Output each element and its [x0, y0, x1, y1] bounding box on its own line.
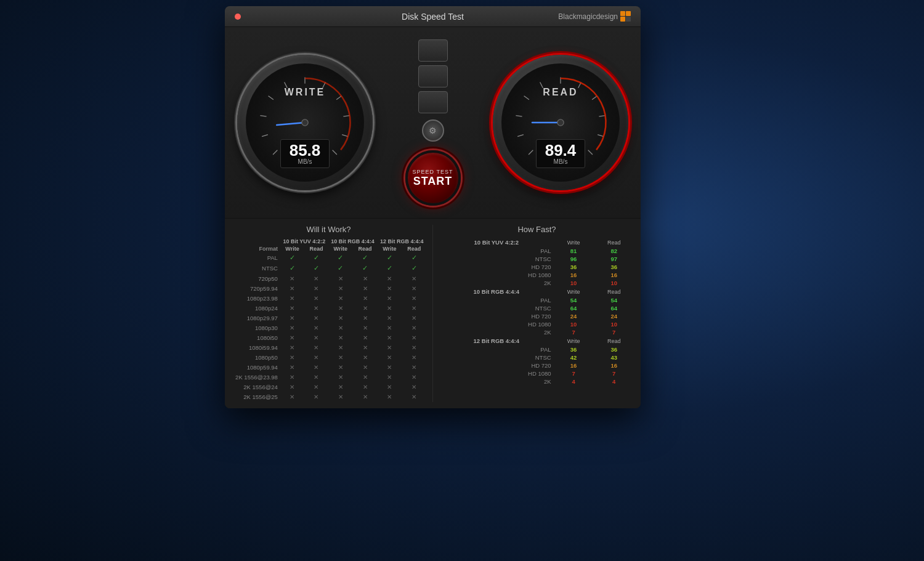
cross-cell: ✕ — [402, 373, 426, 382]
group2-header: 10 Bit RGB 4:4:4 — [328, 238, 378, 245]
cross-icon: ✕ — [387, 384, 392, 390]
cross-cell: ✕ — [304, 333, 328, 343]
cross-cell: ✕ — [328, 363, 353, 373]
fast-read-value: 10 — [594, 320, 634, 328]
fast-read-value: 24 — [594, 312, 634, 320]
cross-cell: ✕ — [353, 363, 378, 373]
start-button[interactable]: SPEED TEST START — [405, 150, 461, 206]
will-format-name: NTSC — [231, 263, 280, 273]
cross-icon: ✕ — [338, 285, 343, 292]
cross-cell: ✕ — [280, 343, 304, 353]
cross-icon: ✕ — [387, 354, 392, 361]
cross-cell: ✕ — [402, 343, 426, 353]
cross-cell: ✕ — [353, 274, 378, 284]
cross-icon: ✕ — [338, 305, 343, 312]
cross-icon: ✕ — [411, 285, 416, 292]
cross-icon: ✕ — [387, 334, 392, 341]
checkmark-cell: ✓ — [353, 252, 378, 263]
cross-cell: ✕ — [328, 323, 353, 333]
fast-format-name: 2K — [439, 328, 554, 336]
cross-icon: ✕ — [314, 305, 318, 312]
how-fast-title: How Fast? — [439, 225, 634, 234]
will-table-row: 1080i50✕✕✕✕✕✕ — [231, 333, 426, 343]
fast-format-name: HD 1080 — [439, 320, 554, 328]
cross-cell: ✕ — [377, 373, 402, 382]
will-table-row: 2K 1556@25✕✕✕✕✕✕ — [231, 392, 426, 402]
cross-icon: ✕ — [411, 344, 416, 351]
cross-icon: ✕ — [314, 364, 318, 371]
cross-icon: ✕ — [290, 285, 294, 292]
will-table-row: 1080i59.94✕✕✕✕✕✕ — [231, 343, 426, 353]
fast-read-value: 43 — [594, 353, 634, 361]
checkmark-cell: ✓ — [280, 263, 304, 273]
cross-icon: ✕ — [387, 344, 392, 351]
cross-cell: ✕ — [402, 363, 426, 373]
gauge-area: WRITE 85.8 MB/s ⚙ SPEED TEST START — [225, 27, 641, 218]
fast-table-row: HD 7202424 — [439, 312, 634, 320]
checkmark-cell: ✓ — [304, 252, 328, 263]
write-gauge: WRITE 85.8 MB/s — [237, 55, 373, 190]
fast-table-row: 2K77 — [439, 328, 634, 336]
col-w2: Write — [328, 245, 353, 252]
cross-cell: ✕ — [402, 313, 426, 323]
cross-cell: ✕ — [353, 353, 378, 363]
close-button[interactable] — [235, 14, 241, 20]
format-btn-1[interactable] — [418, 39, 448, 62]
format-btn-2[interactable] — [418, 65, 448, 87]
settings-button[interactable]: ⚙ — [422, 119, 444, 142]
will-format-name: 1080p50 — [231, 353, 280, 363]
cross-cell: ✕ — [304, 284, 328, 294]
cross-icon: ✕ — [363, 394, 368, 400]
fast-format-name: HD 1080 — [439, 369, 554, 377]
cross-icon: ✕ — [387, 305, 392, 312]
fast-format-name: HD 720 — [439, 312, 554, 320]
cross-icon: ✕ — [314, 354, 318, 361]
fast-write-header: Write — [554, 238, 594, 247]
svg-line-1 — [262, 135, 268, 137]
cross-icon: ✕ — [314, 344, 318, 351]
check-icon: ✓ — [362, 264, 368, 272]
cross-cell: ✕ — [304, 274, 328, 284]
cross-icon: ✕ — [290, 374, 294, 381]
checkmark-cell: ✓ — [402, 263, 426, 273]
cross-icon: ✕ — [338, 394, 343, 400]
col-r2: Read — [353, 245, 378, 252]
cross-icon: ✕ — [387, 374, 392, 381]
cross-cell: ✕ — [377, 284, 402, 294]
center-controls: ⚙ SPEED TEST START — [405, 39, 461, 206]
svg-line-2 — [260, 116, 266, 117]
cross-icon: ✕ — [314, 374, 318, 381]
fast-format-name: NTSC — [439, 353, 554, 361]
cross-cell: ✕ — [402, 304, 426, 313]
cross-icon: ✕ — [290, 275, 294, 282]
cross-cell: ✕ — [353, 333, 378, 343]
read-gauge-outer: READ 89.4 MB/s — [493, 55, 628, 190]
will-format-name: 1080i59.94 — [231, 343, 280, 353]
format-btn-3[interactable] — [418, 91, 448, 113]
title-bar: Disk Speed Test Blackmagicdesign — [225, 6, 641, 27]
cross-icon: ✕ — [314, 295, 318, 302]
fast-read-value: 36 — [594, 263, 634, 271]
will-format-name: 1080p59.94 — [231, 363, 280, 373]
cross-cell: ✕ — [280, 313, 304, 323]
cross-icon: ✕ — [338, 364, 343, 371]
fast-format-name: NTSC — [439, 255, 554, 263]
cross-icon: ✕ — [290, 305, 294, 312]
read-label: READ — [543, 87, 578, 98]
cross-icon: ✕ — [387, 275, 392, 282]
will-table-row: 1080p29.97✕✕✕✕✕✕ — [231, 313, 426, 323]
cross-cell: ✕ — [377, 313, 402, 323]
cross-icon: ✕ — [363, 364, 368, 371]
app-window: Disk Speed Test Blackmagicdesign — [225, 6, 641, 408]
fast-write-value: 81 — [554, 247, 594, 255]
cross-icon: ✕ — [363, 295, 368, 302]
fast-table-row: NTSC6464 — [439, 304, 634, 312]
fast-read-value: 4 — [594, 377, 634, 385]
cross-icon: ✕ — [411, 384, 416, 390]
check-icon: ✓ — [338, 254, 343, 261]
cross-icon: ✕ — [314, 275, 318, 282]
fast-write-value: 16 — [554, 361, 594, 369]
fast-table-row: 2K1010 — [439, 279, 634, 287]
fast-read-value: 82 — [594, 247, 634, 255]
will-format-name: 2K 1556@25 — [231, 392, 280, 402]
